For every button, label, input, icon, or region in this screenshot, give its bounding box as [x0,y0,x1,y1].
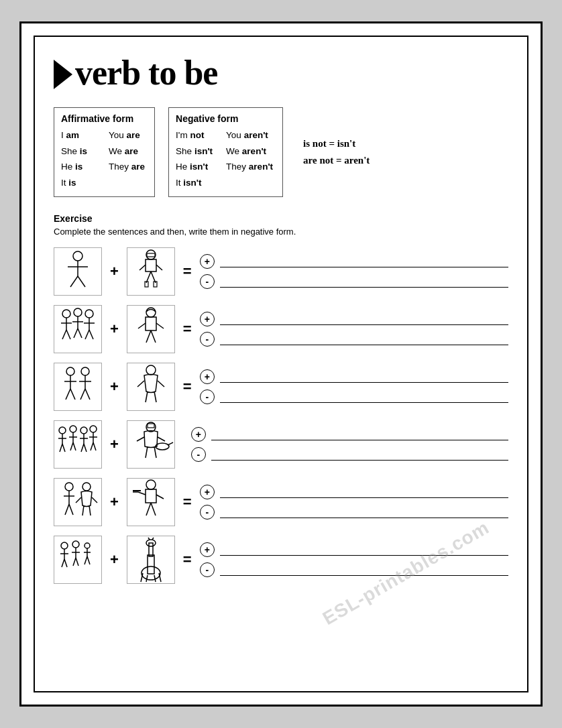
svg-line-17 [62,330,66,339]
underline-pos-1 [220,255,508,267]
svg-line-104 [73,558,76,566]
svg-line-10 [139,265,146,270]
equals-1: = [180,263,194,280]
figure-1a [54,247,102,296]
exercise-row-6: + = [54,536,508,584]
svg-point-76 [156,443,169,450]
affirmative-row-6: We are [109,144,145,159]
svg-point-14 [62,310,70,318]
underline-neg-4 [211,448,508,461]
answer-lines-5: + - [200,485,508,520]
svg-line-23 [78,328,82,338]
answer-line-pos-5: + [200,485,508,499]
affirmative-label: Affirmative form [61,113,145,124]
svg-line-91 [151,503,156,515]
svg-point-65 [90,426,97,432]
answer-line-pos-2: + [200,312,508,326]
svg-line-48 [146,391,148,402]
underline-neg-5 [220,506,508,518]
affirmative-row-2: She is [61,144,87,159]
svg-line-110 [87,556,90,564]
underline-pos-2 [220,313,508,325]
svg-line-32 [151,330,156,343]
svg-line-119 [154,575,156,582]
svg-line-105 [76,558,78,566]
figure-3b [127,363,175,411]
negative-content: I'm not She isn't He isn't It isn't You … [176,128,273,190]
underline-neg-6 [220,564,508,576]
svg-line-63 [81,444,84,452]
positive-circle-5: + [200,485,215,499]
svg-line-11 [156,265,162,270]
affirmative-row-5: You are [109,128,145,143]
svg-rect-112 [148,555,154,574]
answer-line-pos-6: + [200,542,508,557]
svg-line-90 [146,503,151,515]
figure-2a [54,305,102,353]
figure-4b [127,420,175,469]
positive-circle-1: + [200,254,215,269]
svg-point-40 [81,367,89,375]
svg-line-28 [89,330,93,339]
affirmative-content: I am She is He is It is You are We are T… [61,128,145,190]
negative-row-4: It isn't [176,176,213,190]
svg-point-88 [146,480,156,489]
svg-line-47 [158,381,164,387]
underline-pos-5 [220,486,508,498]
figure-6a [54,536,102,584]
svg-rect-89 [146,489,156,503]
svg-line-64 [84,444,87,452]
svg-line-85 [92,497,97,503]
svg-line-81 [65,504,69,515]
positive-circle-6: + [200,542,215,557]
svg-line-68 [91,442,93,450]
answer-line-neg-2: - [200,332,508,347]
affirmative-row-4: It is [61,176,87,190]
figure-5b [127,478,175,526]
underline-pos-4 [211,428,508,440]
negative-circle-2: - [200,332,215,347]
answer-line-pos-4: + [191,427,508,442]
svg-rect-30 [146,317,156,330]
answer-lines-4: + - [191,427,508,462]
answer-line-pos-1: + [200,254,508,269]
svg-rect-71 [148,424,154,428]
exercise-section: Exercise Complete the sentences and then… [54,213,508,584]
exercise-row-1: + = [54,247,508,296]
affirmative-form-box: Affirmative form I am She is He is It is… [54,107,155,197]
figure-1b [127,247,175,296]
svg-point-78 [65,483,73,491]
underline-pos-3 [220,371,508,383]
svg-line-59 [73,442,76,450]
figure-6b [127,536,175,584]
svg-line-92 [138,492,146,495]
affirmative-col1: I am She is He is It is [61,128,87,190]
negative-circle-5: - [200,505,215,520]
exercise-row-5: + = [54,478,508,526]
figure-5a [54,478,102,526]
svg-line-46 [137,381,144,387]
svg-line-38 [66,389,70,400]
svg-point-35 [66,367,74,375]
underline-pos-6 [220,544,508,556]
positive-circle-3: + [200,369,215,384]
svg-line-44 [85,389,90,400]
underline-neg-2 [220,333,508,345]
affirmative-row-7: They are [109,160,145,174]
svg-point-60 [80,427,87,434]
svg-line-82 [69,504,73,515]
negative-form-box: Negative form I'm not She isn't He isn't… [168,107,283,197]
positive-circle-2: + [200,312,215,326]
exercise-row-2: + = + [54,305,508,353]
answer-line-neg-3: - [200,389,508,404]
negative-circle-6: - [200,562,215,577]
svg-rect-6 [146,259,156,271]
answer-line-neg-6: - [200,562,508,577]
svg-rect-113 [149,543,153,556]
equals-6: = [180,551,194,568]
negative-circle-1: - [200,274,215,289]
svg-point-106 [85,543,90,548]
equals-3: = [180,378,194,396]
negative-circle-4: - [191,447,206,462]
svg-line-115 [148,538,150,540]
